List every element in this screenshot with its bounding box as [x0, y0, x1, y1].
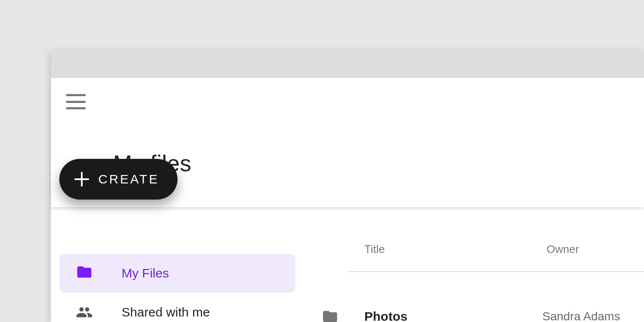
folder-icon: [74, 264, 94, 283]
sidebar-item-my-files[interactable]: My Files: [59, 254, 295, 293]
column-header-owner[interactable]: Owner: [547, 243, 579, 256]
plus-icon: [75, 172, 89, 186]
table-header: Title Owner: [347, 241, 644, 272]
create-button-label: CREATE: [98, 172, 159, 186]
device-frame: My files CREATE My Files Shared with me …: [51, 51, 644, 322]
content-area: My Files Shared with me Title Owner Phot…: [51, 207, 644, 322]
sidebar-item-shared[interactable]: Shared with me: [59, 293, 295, 322]
table-row[interactable]: Photos Sandra Adams: [347, 272, 644, 322]
folder-icon: [320, 308, 341, 322]
sidebar-item-label: Shared with me: [122, 305, 210, 319]
menu-icon[interactable]: [66, 94, 86, 109]
file-name: Photos: [364, 309, 542, 322]
file-owner: Sandra Adams: [542, 310, 620, 322]
create-button[interactable]: CREATE: [59, 159, 178, 200]
sidebar: My Files Shared with me: [51, 207, 347, 322]
people-icon: [74, 304, 94, 321]
file-table: Title Owner Photos Sandra Adams: [347, 207, 644, 322]
column-header-title[interactable]: Title: [364, 243, 547, 256]
device-status-bar: [51, 51, 644, 78]
sidebar-item-label: My Files: [122, 266, 169, 280]
